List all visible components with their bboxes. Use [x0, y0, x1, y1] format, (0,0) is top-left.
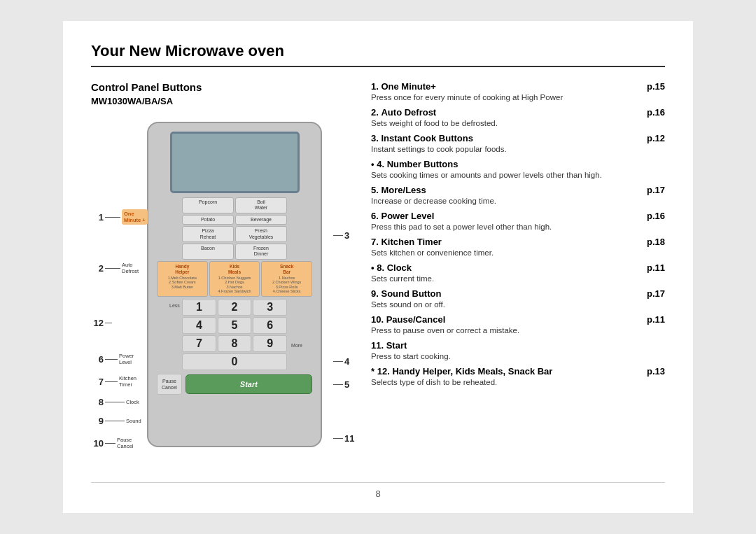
feature-num-1: 1.	[371, 81, 379, 92]
feature-name-10: Pause/Cancel	[386, 314, 446, 325]
feature-auto-defrost: 2. Auto Defrost p.16 Sets weight of food…	[371, 107, 665, 127]
num-2-btn[interactable]: 2	[218, 299, 252, 316]
feature-name-7: Kitchen Timer	[381, 237, 441, 247]
callout-num-11: 11	[344, 433, 356, 444]
content: Control Panel Buttons MW1030WA/BA/SA Pop…	[91, 81, 665, 472]
boil-water-btn[interactable]: BoilWater	[235, 197, 287, 213]
start-btn[interactable]: Start	[186, 374, 312, 394]
feature-page-6: p.16	[647, 211, 665, 221]
feature-start: 11. Start Press to start cooking.	[371, 340, 665, 360]
num-6-btn[interactable]: 6	[253, 317, 287, 334]
feature-name-3: Instant Cook Buttons	[381, 133, 472, 143]
feature-one-minute: 1. One Minute+ p.15 Press once for every…	[371, 81, 665, 101]
handy-helper-btn[interactable]: HandyHelper 1.Melt Chocolate2.Soften Cre…	[157, 261, 208, 297]
callout-num-3: 3	[344, 230, 356, 241]
feature-page-5: p.17	[647, 185, 665, 195]
feature-pause-cancel: 10. Pause/Cancel p.11 Press to pause ove…	[371, 314, 665, 335]
sound-label: Sound	[126, 418, 141, 424]
special-buttons-row: HandyHelper 1.Melt Chocolate2.Soften Cre…	[157, 261, 312, 297]
callout-2: 2 AutoDefrost	[92, 262, 139, 274]
feature-kitchen-timer: 7. Kitchen Timer p.18 Sets kitchen or co…	[371, 237, 665, 257]
feature-num-7: 7.	[371, 237, 379, 247]
feature-num-9: 9.	[371, 288, 379, 299]
display-window	[170, 132, 300, 193]
feature-page-8: p.11	[647, 262, 665, 273]
callout-num-5: 5	[344, 379, 356, 390]
less-label: Less	[169, 303, 180, 308]
kids-meals-btn[interactable]: KidsMeals 1.Chicken Nuggets2.Hot Dogs3.N…	[209, 261, 260, 297]
feature-name-2: Auto Defrost	[381, 107, 436, 118]
one-minute-label: OneMinute +	[122, 209, 148, 225]
num-1-btn[interactable]: 1	[182, 299, 216, 316]
feature-num-5: 5.	[371, 185, 379, 195]
feature-name-4: Number Buttons	[387, 159, 458, 169]
num-4-btn[interactable]: 4	[182, 317, 216, 334]
feature-desc-1: Press once for every minute of cooking a…	[371, 93, 665, 101]
callout-num-7: 7	[92, 377, 104, 387]
feature-number-buttons: • 4. Number Buttons Sets cooking times o…	[371, 159, 665, 179]
callout-4: 4	[333, 356, 356, 367]
snack-bar-btn[interactable]: SnackBar 1.Nachos2.Chicken Wings3.Pizza …	[261, 261, 312, 297]
potato-btn[interactable]: Potato	[182, 215, 234, 225]
callout-7: 7 KitchenTimer	[92, 375, 136, 388]
num-5-btn[interactable]: 5	[218, 317, 252, 334]
auto-defrost-label: AutoDefrost	[122, 262, 139, 274]
popcorn-btn[interactable]: Popcorn	[182, 197, 234, 213]
feature-num-2: 2.	[371, 107, 379, 118]
clock-label: Clock	[126, 399, 139, 405]
feature-num-6: 6.	[371, 211, 379, 221]
page: Your New Microwave oven Control Panel Bu…	[63, 21, 693, 513]
feature-instant-cook: 3. Instant Cook Buttons p.12 Instant set…	[371, 133, 665, 153]
feature-num-3: 3.	[371, 133, 379, 143]
page-footer: 8	[91, 482, 665, 499]
pause-cancel-label: PauseCancel	[117, 437, 133, 449]
microwave-body: Popcorn BoilWater Potato Beverage PizzaR…	[147, 122, 322, 447]
callout-num-4: 4	[344, 356, 356, 367]
feature-page-10: p.11	[647, 314, 665, 325]
section-title: Control Panel Buttons	[91, 81, 357, 93]
bottom-buttons-row: PauseCancel Start	[157, 374, 312, 395]
feature-num-10: 10.	[371, 314, 384, 325]
feature-power-level: 6. Power Level p.16 Press this pad to se…	[371, 211, 665, 231]
pause-cancel-btn[interactable]: PauseCancel	[157, 374, 182, 395]
num-3-btn[interactable]: 3	[253, 299, 287, 316]
feature-name-9: Sound Button	[381, 288, 441, 299]
power-level-label: PowerLevel	[119, 353, 134, 365]
feature-desc-8: Sets current time.	[371, 274, 665, 283]
pizza-reheat-btn[interactable]: PizzaReheat	[182, 226, 234, 242]
page-number: 8	[375, 489, 380, 499]
callout-num-9: 9	[92, 416, 104, 426]
feature-name-11: Start	[386, 340, 407, 351]
feature-num-8: • 8.	[371, 262, 384, 273]
feature-name-1: One Minute+	[381, 81, 435, 92]
beverage-btn[interactable]: Beverage	[235, 215, 287, 225]
feature-page-12: p.13	[647, 366, 665, 377]
kitchen-timer-label: KitchenTimer	[119, 375, 136, 388]
feature-desc-10: Press to pause oven or correct a mistake…	[371, 326, 665, 335]
feature-desc-4: Sets cooking times or amounts and power …	[371, 171, 665, 179]
num-7-btn[interactable]: 7	[182, 335, 216, 352]
callout-num-8: 8	[92, 397, 104, 407]
feature-desc-12: Selects type of dish to be reheated.	[371, 378, 665, 386]
feature-page-2: p.16	[647, 107, 665, 118]
feature-handy-helper-kids-snack: * 12. Handy Helper, Kids Meals, Snack Ba…	[371, 366, 665, 386]
feature-clock: • 8. Clock p.11 Sets current time.	[371, 262, 665, 283]
callout-num-10: 10	[92, 438, 104, 449]
microwave-diagram: Popcorn BoilWater Potato Beverage PizzaR…	[91, 115, 357, 472]
num-0-btn[interactable]: 0	[182, 353, 287, 370]
feature-sound-button: 9. Sound Button p.17 Sets sound on or of…	[371, 288, 665, 309]
frozen-dinner-btn[interactable]: FrozenDinner	[235, 244, 287, 260]
model-number: MW1030WA/BA/SA	[91, 96, 357, 106]
num-8-btn[interactable]: 8	[218, 335, 252, 352]
callout-5: 5	[333, 379, 356, 390]
fresh-veg-btn[interactable]: FreshVegetables	[235, 226, 287, 242]
feature-num-4: • 4.	[371, 159, 384, 169]
feature-desc-2: Sets weight of food to be defrosted.	[371, 119, 665, 127]
feature-num-12: * 12.	[371, 366, 390, 377]
left-panel: Control Panel Buttons MW1030WA/BA/SA Pop…	[91, 81, 357, 472]
callout-6: 6 PowerLevel	[92, 353, 134, 365]
callout-11: 11	[333, 433, 356, 444]
num-9-btn[interactable]: 9	[253, 335, 287, 352]
bacon-btn[interactable]: Bacon	[182, 244, 234, 260]
callout-num-2: 2	[92, 263, 104, 274]
